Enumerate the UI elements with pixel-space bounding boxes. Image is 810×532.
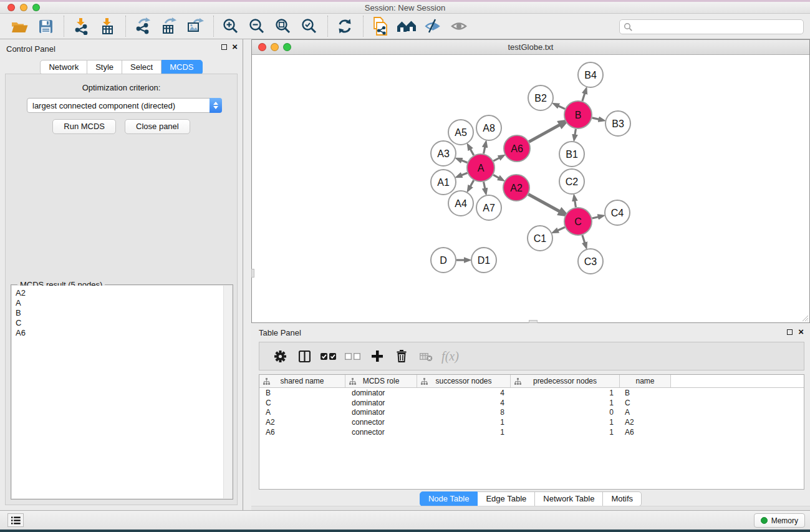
tab-network[interactable]: Network [40,60,87,75]
network-zoom-button[interactable] [283,43,291,51]
delete-column-trash-icon[interactable] [392,347,411,365]
graph-edge-A-A6[interactable] [493,158,499,161]
table-cell[interactable]: B [259,389,345,397]
tab-network-table[interactable]: Network Table [535,491,603,506]
result-list-item[interactable]: B [12,308,232,318]
toolbar-search[interactable] [619,19,804,34]
graph-edge-A-A7[interactable] [484,182,485,189]
table-row[interactable]: A6connector11A6 [259,427,804,437]
tab-style[interactable]: Style [87,60,122,75]
table-cell[interactable]: A2 [259,418,345,427]
tab-node-table[interactable]: Node Table [420,491,478,506]
table-cell[interactable]: 1 [417,428,511,437]
float-table-panel-icon[interactable] [787,329,793,335]
table-cell[interactable]: connector [345,428,417,437]
export-table-icon[interactable] [158,16,180,36]
window-edge-grip[interactable] [529,320,538,323]
table-cell[interactable]: dominator [345,408,417,417]
table-cell[interactable]: A6 [259,428,345,437]
task-history-button[interactable] [7,513,24,527]
graph-edge-A6-B[interactable] [529,125,560,142]
minimize-window-button[interactable] [20,4,27,11]
table-row[interactable]: Bdominator41B [259,388,804,398]
column-header-shared-name[interactable]: shared name [259,375,345,387]
result-list-item[interactable]: C [12,318,232,328]
home-icon[interactable] [396,16,417,36]
import-table-icon[interactable] [97,16,118,36]
zoom-out-icon[interactable] [246,16,268,36]
result-list-item[interactable]: A6 [12,328,232,338]
graph-edge-A-A1[interactable] [461,173,468,175]
network-close-button[interactable] [258,43,266,51]
column-header-predecessor-nodes[interactable]: predecessor nodes [511,375,620,387]
graph-edge-A-A8[interactable] [484,147,485,153]
criterion-dropdown[interactable]: largest connected component (directed) [27,98,222,113]
graph-edge-C-C2[interactable] [575,201,576,208]
close-table-panel-icon[interactable]: × [798,328,804,336]
show-columns-icon[interactable] [295,347,314,365]
result-list-item[interactable]: A [12,298,232,308]
graph-edge-A-A4[interactable] [470,180,474,186]
graph-edge-B-B1[interactable] [575,129,576,135]
run-mcds-button[interactable]: Run MCDS [52,119,116,134]
table-cell[interactable]: C [259,399,345,407]
zoom-selected-icon[interactable] [299,16,320,36]
tab-mcds[interactable]: MCDS [162,60,202,75]
table-row[interactable]: Adominator80A [259,407,804,417]
table-cell[interactable]: A [620,408,671,417]
graph-edge-C-C3[interactable] [582,235,585,243]
tab-select[interactable]: Select [122,60,162,75]
column-header-MCDS-role[interactable]: MCDS role [345,375,417,387]
network-from-file-icon[interactable] [370,16,391,36]
tab-edge-table[interactable]: Edge Table [478,491,535,506]
table-cell[interactable]: 0 [511,408,620,417]
graph-edge-A-A3[interactable] [461,160,468,163]
show-panel-icon[interactable] [448,16,470,36]
import-network-icon[interactable] [70,16,92,36]
network-window-titlebar[interactable]: testGlobe.txt [252,40,809,55]
table-cell[interactable]: 4 [417,399,511,407]
graph-edge-C-C4[interactable] [592,217,599,218]
table-cell[interactable]: C [620,399,671,407]
graph-edge-A-A2[interactable] [493,175,499,178]
export-image-icon[interactable] [185,16,206,36]
column-header-name[interactable]: name [620,375,671,387]
result-scrollbar[interactable] [223,286,232,498]
result-list-item[interactable]: A2 [12,288,232,298]
zoom-in-icon[interactable] [220,16,241,36]
open-session-icon[interactable] [9,16,30,36]
window-edge-grip[interactable] [251,269,254,278]
table-cell[interactable]: B [620,389,671,397]
table-cell[interactable]: dominator [345,389,417,397]
table-cell[interactable]: A6 [620,428,671,437]
zoom-window-button[interactable] [32,4,40,11]
table-cell[interactable]: 8 [417,408,511,417]
graph-edge-C-C1[interactable] [557,227,565,230]
table-cell[interactable]: 1 [511,418,620,427]
close-panel-button[interactable]: Close panel [125,119,190,134]
table-cell[interactable]: A2 [620,418,671,427]
hide-panel-icon[interactable] [422,16,443,36]
table-cell[interactable]: 1 [511,428,620,437]
table-settings-gear-icon[interactable] [271,347,289,365]
table-row[interactable]: Cdominator41C [259,398,804,408]
table-row[interactable]: A2connector11A2 [259,417,804,427]
deselect-all-icon[interactable] [344,347,362,365]
create-column-icon[interactable] [368,347,387,365]
table-cell[interactable]: dominator [345,399,417,407]
graph-edge-B-B3[interactable] [592,118,599,120]
column-header-successor-nodes[interactable]: successor nodes [417,375,511,387]
network-canvas[interactable]: B4B2BB3A5A8A6A3B1AA1C2A2A4A7C4CC1C3DD1 [252,55,809,322]
graph-edge-A-A5[interactable] [470,149,474,155]
table-cell[interactable]: 1 [511,389,620,397]
close-panel-icon[interactable]: × [232,43,238,51]
table-cell[interactable]: 1 [511,399,620,407]
table-cell[interactable]: connector [345,418,417,427]
table-cell[interactable]: 4 [417,389,511,397]
graph-edge-B-B4[interactable] [582,94,585,101]
select-all-icon[interactable] [319,347,338,365]
graph-edge-B-B2[interactable] [558,106,565,109]
search-input[interactable] [635,22,799,32]
resize-grip-icon[interactable] [801,314,809,322]
zoom-fit-icon[interactable] [272,16,294,36]
